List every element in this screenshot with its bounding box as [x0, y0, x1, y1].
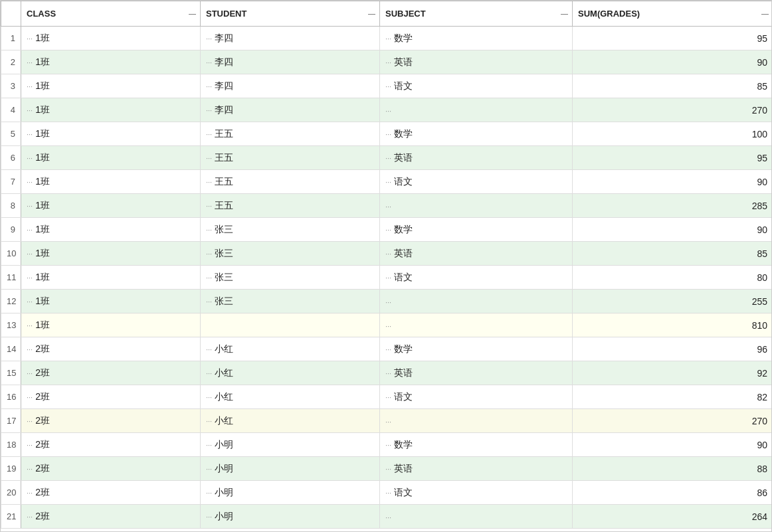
table-row: 8···1班···王五···285	[1, 194, 773, 218]
table-row: 16···2班···小红···语文82	[1, 385, 773, 409]
table-row: 17···2班···小红···270	[1, 409, 773, 433]
row-number: 19	[1, 457, 21, 481]
cell-sum: 100	[573, 122, 773, 146]
cell-sum: 810	[573, 313, 773, 337]
cell-subject: ···	[380, 194, 573, 218]
cell-student: ···王五	[201, 170, 380, 194]
col-sum-sort-icon[interactable]: —	[761, 10, 769, 18]
cell-class: ···2班	[21, 505, 201, 529]
cell-subject: ···语文	[380, 481, 573, 505]
row-number: 4	[1, 98, 21, 122]
col-subject-sort-icon[interactable]: —	[561, 10, 568, 18]
cell-subject: ···英语	[380, 361, 573, 385]
cell-sum: 86	[573, 481, 773, 505]
cell-student: ···小明	[201, 457, 380, 481]
table-row: 6···1班···王五···英语95	[1, 146, 773, 170]
table-row: 2···1班···李四···英语90	[1, 50, 773, 74]
cell-student	[201, 313, 380, 337]
cell-student: ···张三	[201, 266, 380, 290]
cell-sum: 96	[573, 337, 773, 361]
cell-class: ···2班	[21, 457, 201, 481]
table-row: 12···1班···张三···255	[1, 290, 773, 313]
cell-sum: 90	[573, 433, 773, 457]
cell-subject: ···数学	[380, 433, 573, 457]
table-row: 21···2班···小明···264	[1, 505, 773, 529]
cell-student: ···小明	[201, 481, 380, 505]
table-row: 14···2班···小红···数学96	[1, 337, 773, 361]
cell-student: ···王五	[201, 146, 380, 170]
row-number: 18	[1, 433, 21, 457]
data-table-container: CLASS — STUDENT — SUBJECT — SUM(GRADES) …	[0, 0, 772, 532]
cell-sum: 90	[573, 50, 773, 74]
row-number: 11	[1, 266, 21, 290]
cell-student: ···小明	[201, 433, 380, 457]
cell-sum: 95	[573, 27, 773, 50]
cell-sum: 270	[573, 409, 773, 433]
row-number: 20	[1, 481, 21, 505]
cell-class: ···1班	[21, 218, 201, 242]
row-number: 17	[1, 409, 21, 433]
col-header-student[interactable]: STUDENT —	[201, 1, 380, 27]
row-number: 15	[1, 361, 21, 385]
row-number: 8	[1, 194, 21, 218]
cell-sum: 90	[573, 218, 773, 242]
row-number: 14	[1, 337, 21, 361]
cell-class: ···1班	[21, 146, 201, 170]
cell-subject: ···数学	[380, 122, 573, 146]
cell-sum: 85	[573, 242, 773, 266]
cell-class: ···1班	[21, 242, 201, 266]
table-row: 19···2班···小明···英语88	[1, 457, 773, 481]
cell-sum: 270	[573, 98, 773, 122]
cell-sum: 95	[573, 146, 773, 170]
row-number: 10	[1, 242, 21, 266]
cell-sum: 85	[573, 74, 773, 98]
cell-student: ···小红	[201, 361, 380, 385]
cell-class: ···1班	[21, 122, 201, 146]
cell-student: ···王五	[201, 122, 380, 146]
cell-subject: ···英语	[380, 146, 573, 170]
col-header-sum[interactable]: SUM(GRADES) —	[573, 1, 773, 27]
col-header-subject[interactable]: SUBJECT —	[380, 1, 573, 27]
row-number: 5	[1, 122, 21, 146]
col-sum-label: SUM(GRADES)	[578, 9, 640, 19]
cell-student: ···小红	[201, 409, 380, 433]
row-number: 13	[1, 313, 21, 337]
cell-subject: ···语文	[380, 266, 573, 290]
cell-student: ···小红	[201, 337, 380, 361]
cell-class: ···2班	[21, 409, 201, 433]
table-row: 4···1班···李四···270	[1, 98, 773, 122]
cell-class: ···1班	[21, 27, 201, 50]
cell-class: ···2班	[21, 385, 201, 409]
cell-class: ···2班	[21, 481, 201, 505]
cell-class: ···1班	[21, 170, 201, 194]
cell-student: ···李四	[201, 74, 380, 98]
cell-subject: ···	[380, 409, 573, 433]
cell-student: ···张三	[201, 290, 380, 313]
col-header-class[interactable]: CLASS —	[21, 1, 201, 27]
cell-class: ···1班	[21, 74, 201, 98]
col-class-sort-icon[interactable]: —	[189, 10, 196, 18]
col-student-sort-icon[interactable]: —	[368, 10, 375, 18]
cell-subject: ···英语	[380, 457, 573, 481]
cell-class: ···1班	[21, 50, 201, 74]
col-subject-label: SUBJECT	[385, 9, 426, 19]
cell-class: ···1班	[21, 313, 201, 337]
row-number: 1	[1, 27, 21, 50]
cell-sum: 255	[573, 290, 773, 313]
cell-student: ···张三	[201, 242, 380, 266]
table-header-row: CLASS — STUDENT — SUBJECT — SUM(GRADES) …	[1, 1, 773, 27]
table-row: 18···2班···小明···数学90	[1, 433, 773, 457]
cell-sum: 80	[573, 266, 773, 290]
table-row: 9···1班···张三···数学90	[1, 218, 773, 242]
cell-subject: ···数学	[380, 337, 573, 361]
cell-student: ···张三	[201, 218, 380, 242]
cell-student: ···王五	[201, 194, 380, 218]
table-row: 10···1班···张三···英语85	[1, 242, 773, 266]
cell-student: ···李四	[201, 98, 380, 122]
cell-subject: ···英语	[380, 50, 573, 74]
cell-sum: 285	[573, 194, 773, 218]
row-number: 6	[1, 146, 21, 170]
cell-subject: ···	[380, 290, 573, 313]
data-table: CLASS — STUDENT — SUBJECT — SUM(GRADES) …	[1, 1, 772, 529]
cell-sum: 92	[573, 361, 773, 385]
